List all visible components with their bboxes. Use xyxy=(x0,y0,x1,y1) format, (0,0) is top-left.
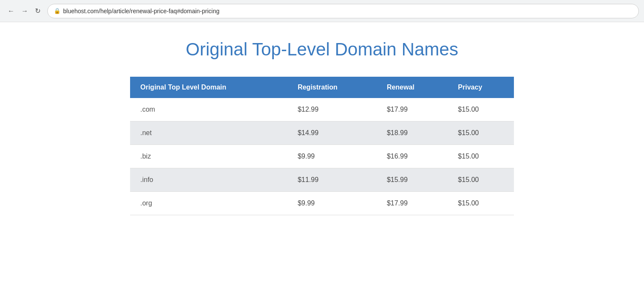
page-content: Original Top-Level Domain Names Original… xyxy=(66,22,578,232)
address-bar[interactable]: 🔒 bluehost.com/help/article/renewal-pric… xyxy=(47,4,639,18)
nav-buttons: ← → ↻ xyxy=(5,5,43,17)
cell-domain: .biz xyxy=(130,145,287,168)
col-header-registration: Registration xyxy=(287,77,377,98)
cell-registration: $9.99 xyxy=(287,192,377,215)
table-row: .biz$9.99$16.99$15.00 xyxy=(130,145,514,168)
cell-registration: $12.99 xyxy=(287,98,377,121)
table-header-row: Original Top Level Domain Registration R… xyxy=(130,77,514,98)
cell-domain: .org xyxy=(130,192,287,215)
forward-button[interactable]: → xyxy=(19,6,31,16)
url-text: bluehost.com/help/article/renewal-price-… xyxy=(63,8,220,14)
cell-registration: $11.99 xyxy=(287,168,377,192)
browser-chrome: ← → ↻ 🔒 bluehost.com/help/article/renewa… xyxy=(0,0,644,22)
cell-renewal: $16.99 xyxy=(377,145,448,168)
table-row: .org$9.99$17.99$15.00 xyxy=(130,192,514,215)
reload-button[interactable]: ↻ xyxy=(32,5,43,17)
col-header-domain: Original Top Level Domain xyxy=(130,77,287,98)
table-wrapper: Original Top Level Domain Registration R… xyxy=(130,77,514,215)
cell-domain: .com xyxy=(130,98,287,121)
cell-privacy: $15.00 xyxy=(448,98,514,121)
cell-domain: .net xyxy=(130,121,287,145)
cell-registration: $14.99 xyxy=(287,121,377,145)
cell-domain: .info xyxy=(130,168,287,192)
cell-privacy: $15.00 xyxy=(448,121,514,145)
domain-pricing-table: Original Top Level Domain Registration R… xyxy=(130,77,514,215)
cell-renewal: $17.99 xyxy=(377,98,448,121)
cell-renewal: $15.99 xyxy=(377,168,448,192)
table-row: .net$14.99$18.99$15.00 xyxy=(130,121,514,145)
page-title: Original Top-Level Domain Names xyxy=(75,39,569,60)
col-header-privacy: Privacy xyxy=(448,77,514,98)
cell-privacy: $15.00 xyxy=(448,145,514,168)
cell-renewal: $17.99 xyxy=(377,192,448,215)
table-row: .com$12.99$17.99$15.00 xyxy=(130,98,514,121)
lock-icon: 🔒 xyxy=(54,8,61,14)
cell-privacy: $15.00 xyxy=(448,192,514,215)
cell-registration: $9.99 xyxy=(287,145,377,168)
table-row: .info$11.99$15.99$15.00 xyxy=(130,168,514,192)
back-button[interactable]: ← xyxy=(5,6,17,16)
cell-renewal: $18.99 xyxy=(377,121,448,145)
col-header-renewal: Renewal xyxy=(377,77,448,98)
cell-privacy: $15.00 xyxy=(448,168,514,192)
